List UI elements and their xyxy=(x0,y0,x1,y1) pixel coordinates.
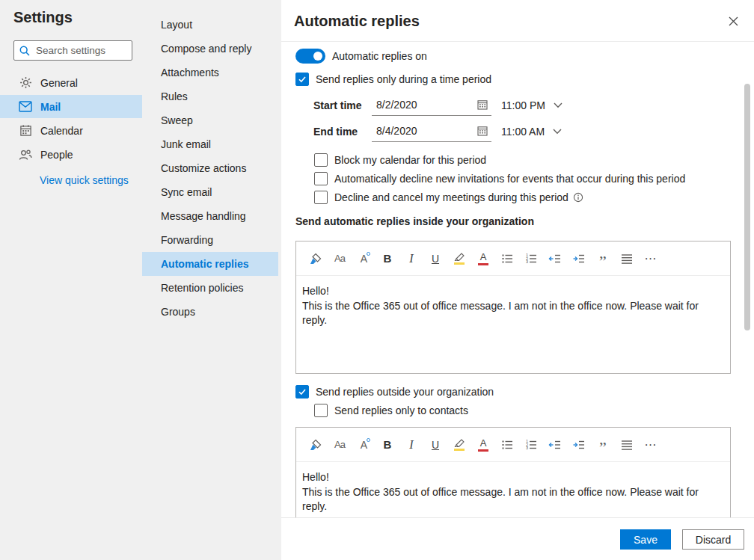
calendar-picker-icon[interactable] xyxy=(477,126,488,136)
editor-toolbar: Aa A B I U A 123 xyxy=(296,241,730,276)
decline-cancel-meetings-checkbox[interactable] xyxy=(314,191,328,204)
search-placeholder: Search settings xyxy=(36,45,105,56)
decline-invitations-label: Automatically decline new invitations fo… xyxy=(334,173,685,185)
nav-item-compose-and-reply[interactable]: Compose and reply xyxy=(142,37,278,61)
save-button[interactable]: Save xyxy=(620,529,671,550)
align-icon[interactable] xyxy=(615,433,639,457)
numbered-list-icon[interactable]: 123 xyxy=(519,247,543,271)
message-line: Hello! xyxy=(302,470,723,485)
decline-invitations-checkbox[interactable] xyxy=(314,172,328,185)
nav-item-forwarding[interactable]: Forwarding xyxy=(142,228,278,252)
nav-item-layout[interactable]: Layout xyxy=(142,13,278,37)
quote-icon[interactable]: ” xyxy=(591,436,615,460)
nav-item-sync-email[interactable]: Sync email xyxy=(142,180,278,204)
increase-indent-icon[interactable] xyxy=(567,433,591,457)
italic-icon[interactable]: I xyxy=(399,247,423,271)
start-time-value: 11:00 PM xyxy=(501,99,545,111)
end-date-input[interactable]: 8/4/2020 xyxy=(372,121,491,142)
calendar-picker-icon[interactable] xyxy=(477,99,488,110)
underline-icon[interactable]: U xyxy=(423,433,447,457)
start-time-row: Start time 8/2/2020 11:00 PM xyxy=(313,95,563,116)
page-title: Automatic replies xyxy=(294,13,420,30)
panel-content: Automatic replies on Send replies only d… xyxy=(281,43,754,517)
bold-icon[interactable]: B xyxy=(376,433,399,457)
quote-icon[interactable]: ” xyxy=(591,250,615,274)
nav-item-retention-policies[interactable]: Retention policies xyxy=(142,276,278,300)
contacts-only-checkbox[interactable] xyxy=(314,404,328,417)
decrease-indent-icon[interactable] xyxy=(543,247,567,271)
text-highlight-icon[interactable] xyxy=(447,433,471,457)
scrollbar[interactable] xyxy=(744,84,750,330)
text-highlight-icon[interactable] xyxy=(447,247,471,271)
more-options-icon[interactable]: … xyxy=(639,244,663,268)
info-icon[interactable] xyxy=(573,192,583,203)
more-options-icon[interactable]: … xyxy=(639,430,663,454)
sidebar-item-calendar[interactable]: Calendar xyxy=(0,119,142,142)
view-quick-settings-link[interactable]: View quick settings xyxy=(40,174,129,186)
message-line: This is the Office 365 out of office mes… xyxy=(302,299,723,328)
nav-item-rules[interactable]: Rules xyxy=(142,84,278,108)
underline-icon[interactable]: U xyxy=(423,247,447,271)
toggle-knob xyxy=(313,52,322,61)
start-date-value: 8/2/2020 xyxy=(376,99,417,111)
font-icon[interactable]: Aa xyxy=(328,247,352,271)
nav-item-sweep[interactable]: Sweep xyxy=(142,108,278,132)
settings-title: Settings xyxy=(13,9,73,26)
time-period-checkbox[interactable] xyxy=(295,73,309,86)
bullet-list-icon[interactable] xyxy=(495,433,519,457)
sidebar-item-people[interactable]: People xyxy=(0,143,142,166)
outside-reply-editor: Aa A B I U A 123 xyxy=(295,427,731,517)
automatic-replies-toggle-row: Automatic replies on xyxy=(295,48,427,64)
italic-icon[interactable]: I xyxy=(399,433,423,457)
automatic-replies-toggle[interactable] xyxy=(295,49,325,64)
discard-button[interactable]: Discard xyxy=(682,529,744,550)
nav-item-attachments[interactable]: Attachments xyxy=(142,61,278,84)
font-color-icon[interactable]: A xyxy=(471,247,495,271)
align-icon[interactable] xyxy=(615,247,639,271)
block-calendar-checkbox-row: Block my calendar for this period xyxy=(314,153,486,167)
search-input[interactable]: Search settings xyxy=(13,40,132,61)
nav-item-customize-actions[interactable]: Customize actions xyxy=(142,156,278,180)
sidebar-item-label: Mail xyxy=(40,101,61,113)
nav-item-automatic-replies[interactable]: Automatic replies xyxy=(142,252,278,276)
close-icon[interactable] xyxy=(722,10,744,32)
format-painter-icon[interactable] xyxy=(304,247,328,271)
start-time-dropdown[interactable]: 11:00 PM xyxy=(501,99,563,111)
sidebar-item-general[interactable]: General xyxy=(0,71,142,94)
block-calendar-label: Block my calendar for this period xyxy=(334,154,486,166)
outside-organization-checkbox[interactable] xyxy=(295,385,309,399)
message-line: This is the Office 365 out of office mes… xyxy=(302,485,723,514)
nav-item-message-handling[interactable]: Message handling xyxy=(142,204,278,228)
font-color-icon[interactable]: A xyxy=(471,433,495,457)
panel-footer: Save Discard xyxy=(281,517,754,560)
contacts-only-label: Send replies only to contacts xyxy=(334,404,468,416)
chevron-down-icon xyxy=(553,129,562,135)
settings-window: Settings Search settings General xyxy=(0,0,754,560)
format-painter-icon[interactable] xyxy=(304,433,328,457)
decline-cancel-meetings-label: Decline and cancel my meetings during th… xyxy=(334,191,568,203)
font-icon[interactable]: Aa xyxy=(328,433,352,457)
decline-cancel-meetings-checkbox-row: Decline and cancel my meetings during th… xyxy=(314,191,583,204)
block-calendar-checkbox[interactable] xyxy=(314,153,328,167)
sidebar-item-mail[interactable]: Mail xyxy=(0,95,142,118)
outside-reply-textarea[interactable]: Hello! This is the Office 365 out of off… xyxy=(296,462,730,514)
nav-item-groups[interactable]: Groups xyxy=(142,300,278,324)
chevron-down-icon xyxy=(554,102,563,108)
bullet-list-icon[interactable] xyxy=(495,247,519,271)
bold-icon[interactable]: B xyxy=(376,247,399,271)
start-time-label: Start time xyxy=(313,99,372,111)
font-size-icon[interactable]: A xyxy=(352,247,376,271)
increase-indent-icon[interactable] xyxy=(567,247,591,271)
numbered-list-icon[interactable]: 123 xyxy=(519,433,543,457)
start-date-input[interactable]: 8/2/2020 xyxy=(372,95,491,116)
mail-settings-nav: Layout Compose and reply Attachments Rul… xyxy=(142,13,281,324)
people-icon xyxy=(19,148,32,161)
mail-icon xyxy=(19,100,32,114)
nav-item-junk-email[interactable]: Junk email xyxy=(142,132,278,156)
message-line: Hello! xyxy=(302,284,723,299)
inside-reply-textarea[interactable]: Hello! This is the Office 365 out of off… xyxy=(296,276,730,328)
end-time-dropdown[interactable]: 11:00 AM xyxy=(501,126,562,138)
font-size-icon[interactable]: A xyxy=(352,433,376,457)
decrease-indent-icon[interactable] xyxy=(543,433,567,457)
svg-text:3: 3 xyxy=(526,259,528,264)
